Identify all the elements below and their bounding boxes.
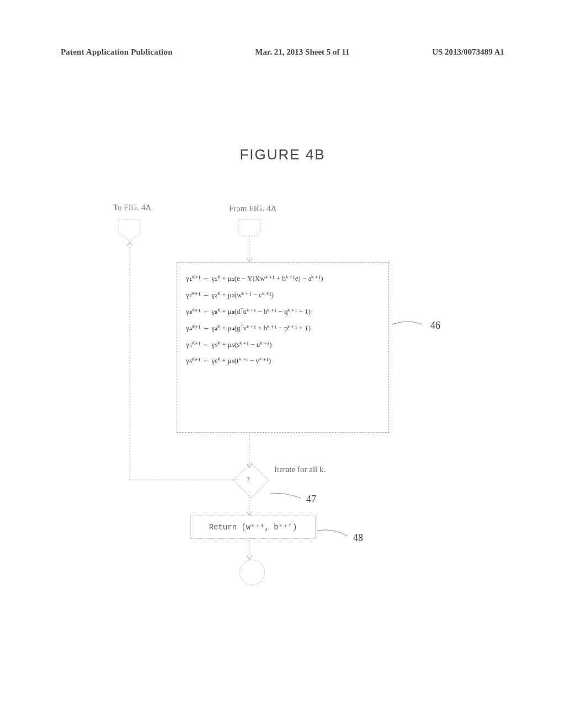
- connector-label-to: To FIG. 4A: [113, 203, 151, 212]
- header-left: Patent Application Publication: [61, 47, 173, 57]
- ref-48: 48: [353, 532, 363, 544]
- eq-gamma6: γ₆ᴷ⁺¹ ← γ₆ᴷ + μ₆(tᵏ⁺¹ − vᵏ⁺¹): [186, 352, 380, 369]
- page-header: Patent Application Publication Mar. 21, …: [61, 47, 504, 57]
- eq-gamma2: γ₂ᴷ⁺¹ ← γ₂ᴷ + μ₂(wᵏ⁺¹ − cᵏ⁺¹): [186, 287, 380, 303]
- eq-gamma5: γ₅ᴷ⁺¹ ← γ₅ᴷ + μ₅(sᵏ⁺¹ − uᵏ⁺¹): [186, 336, 380, 353]
- header-center: Mar. 21, 2013 Sheet 5 of 11: [255, 47, 349, 57]
- eq-gamma1: γ₁ᴷ⁺¹ ← γ₁ᴷ + μ₁(e − Y(Xwᵏ⁺¹ + bᵏ⁺¹e) − …: [186, 270, 380, 287]
- eq-gamma3: γ₃ᴷ⁺¹ ← γ₃ᴷ + μ₃(dᵀuᵏ⁺¹ − bᵏ⁺¹ − qᵏ⁺¹ + …: [186, 303, 380, 320]
- header-right: US 2013/0073489 A1: [432, 47, 504, 57]
- return-box: Return (wᵏ⁺¹, bᵏ⁺¹): [190, 516, 316, 539]
- iterate-label: Iterate for all k.: [274, 465, 326, 474]
- end-terminator: [239, 560, 265, 585]
- decision-mark: ?: [247, 475, 249, 484]
- ref-47: 47: [306, 494, 316, 505]
- update-equations-box: γ₁ᴷ⁺¹ ← γ₁ᴷ + μ₁(e − Y(Xwᵏ⁺¹ + bᵏ⁺¹e) − …: [177, 262, 389, 433]
- ref-46: 46: [430, 320, 440, 331]
- eq-gamma4: γ₄ᴷ⁺¹ ← γ₄ᴷ + μ₄(gᵀvᵏ⁺¹ + bᵏ⁺¹ − pᵏ⁺¹ + …: [186, 320, 380, 336]
- connector-label-from: From FIG. 4A: [229, 204, 276, 213]
- return-text: Return (wᵏ⁺¹, bᵏ⁺¹): [209, 523, 297, 532]
- figure-title: FIGURE 4B: [0, 146, 565, 163]
- decision-diamond: [233, 462, 269, 498]
